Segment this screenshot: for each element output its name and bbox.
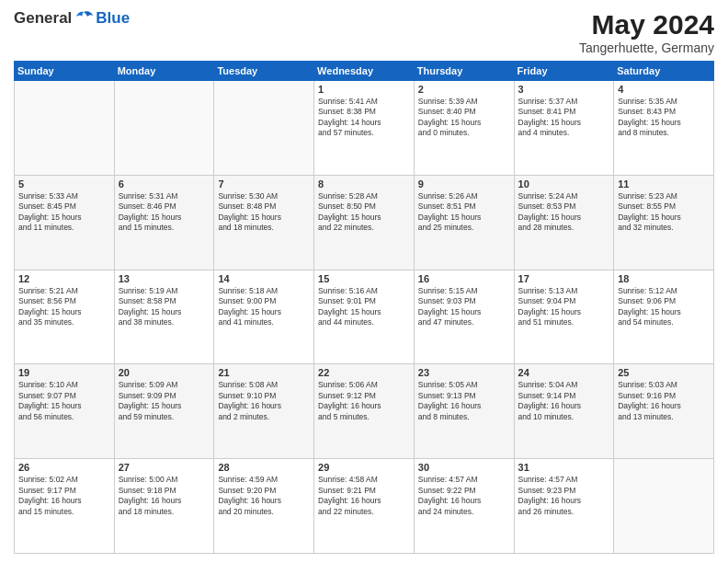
calendar-cell-2-2: 14Sunrise: 5:18 AM Sunset: 9:00 PM Dayli… xyxy=(214,270,314,364)
calendar-cell-2-4: 16Sunrise: 5:15 AM Sunset: 9:03 PM Dayli… xyxy=(414,270,514,364)
day-info-1-2: Sunrise: 5:30 AM Sunset: 8:48 PM Dayligh… xyxy=(218,191,310,234)
calendar-cell-0-6: 4Sunrise: 5:35 AM Sunset: 8:43 PM Daylig… xyxy=(614,81,714,176)
day-info-3-0: Sunrise: 5:10 AM Sunset: 9:07 PM Dayligh… xyxy=(18,380,110,422)
day-number-23: 23 xyxy=(418,367,510,378)
day-number-18: 18 xyxy=(618,273,710,284)
location: Tangerhuette, Germany xyxy=(579,40,714,55)
calendar-cell-1-3: 8Sunrise: 5:28 AM Sunset: 8:50 PM Daylig… xyxy=(314,175,415,270)
calendar-cell-4-3: 29Sunrise: 4:58 AM Sunset: 9:21 PM Dayli… xyxy=(314,459,415,554)
day-number-12: 12 xyxy=(18,273,110,284)
day-info-1-3: Sunrise: 5:28 AM Sunset: 8:50 PM Dayligh… xyxy=(318,191,410,234)
day-info-3-1: Sunrise: 5:09 AM Sunset: 9:09 PM Dayligh… xyxy=(119,380,210,422)
day-number-31: 31 xyxy=(518,462,610,473)
col-saturday: Saturday xyxy=(614,62,714,81)
calendar-cell-2-1: 13Sunrise: 5:19 AM Sunset: 8:58 PM Dayli… xyxy=(114,270,214,364)
calendar-cell-3-2: 21Sunrise: 5:08 AM Sunset: 9:10 PM Dayli… xyxy=(214,364,314,459)
logo-blue: Blue xyxy=(96,9,130,28)
day-number-9: 9 xyxy=(418,178,510,190)
day-info-0-3: Sunrise: 5:41 AM Sunset: 8:38 PM Dayligh… xyxy=(318,97,410,139)
day-info-2-3: Sunrise: 5:16 AM Sunset: 9:01 PM Dayligh… xyxy=(318,286,410,328)
calendar-cell-0-1 xyxy=(114,81,214,176)
calendar-cell-4-1: 27Sunrise: 5:00 AM Sunset: 9:18 PM Dayli… xyxy=(114,459,214,554)
day-info-0-5: Sunrise: 5:37 AM Sunset: 8:41 PM Dayligh… xyxy=(518,97,610,139)
calendar-cell-1-5: 10Sunrise: 5:24 AM Sunset: 8:53 PM Dayli… xyxy=(514,175,614,270)
logo-bird-icon xyxy=(74,10,94,27)
logo: General Blue xyxy=(14,9,130,28)
day-number-19: 19 xyxy=(18,367,110,378)
calendar-cell-3-3: 22Sunrise: 5:06 AM Sunset: 9:12 PM Dayli… xyxy=(314,364,415,459)
day-number-17: 17 xyxy=(518,273,610,284)
day-info-3-5: Sunrise: 5:04 AM Sunset: 9:14 PM Dayligh… xyxy=(518,380,610,422)
day-number-7: 7 xyxy=(218,178,310,190)
day-info-4-2: Sunrise: 4:59 AM Sunset: 9:20 PM Dayligh… xyxy=(218,475,310,517)
col-wednesday: Wednesday xyxy=(314,62,415,81)
calendar-cell-4-5: 31Sunrise: 4:57 AM Sunset: 9:23 PM Dayli… xyxy=(514,459,614,554)
col-sunday: Sunday xyxy=(15,62,115,81)
day-info-1-4: Sunrise: 5:26 AM Sunset: 8:51 PM Dayligh… xyxy=(418,191,510,234)
day-number-15: 15 xyxy=(318,273,410,284)
calendar-cell-3-6: 25Sunrise: 5:03 AM Sunset: 9:16 PM Dayli… xyxy=(614,364,714,459)
day-number-11: 11 xyxy=(618,178,710,190)
day-info-4-5: Sunrise: 4:57 AM Sunset: 9:23 PM Dayligh… xyxy=(518,475,610,517)
calendar-cell-3-1: 20Sunrise: 5:09 AM Sunset: 9:09 PM Dayli… xyxy=(114,364,214,459)
calendar-cell-3-5: 24Sunrise: 5:04 AM Sunset: 9:14 PM Dayli… xyxy=(514,364,614,459)
day-info-3-3: Sunrise: 5:06 AM Sunset: 9:12 PM Dayligh… xyxy=(318,380,410,422)
day-number-27: 27 xyxy=(119,462,210,473)
day-info-4-4: Sunrise: 4:57 AM Sunset: 9:22 PM Dayligh… xyxy=(418,475,510,517)
calendar-cell-2-5: 17Sunrise: 5:13 AM Sunset: 9:04 PM Dayli… xyxy=(514,270,614,364)
day-number-8: 8 xyxy=(318,178,410,190)
calendar-cell-4-6 xyxy=(614,459,714,554)
calendar-row-3: 19Sunrise: 5:10 AM Sunset: 9:07 PM Dayli… xyxy=(15,364,714,459)
day-info-1-0: Sunrise: 5:33 AM Sunset: 8:45 PM Dayligh… xyxy=(18,191,110,234)
calendar-cell-1-0: 5Sunrise: 5:33 AM Sunset: 8:45 PM Daylig… xyxy=(15,175,115,270)
day-number-4: 4 xyxy=(618,84,710,95)
calendar-row-0: 1Sunrise: 5:41 AM Sunset: 8:38 PM Daylig… xyxy=(15,81,714,176)
header: General Blue May 2024 Tangerhuette, Germ… xyxy=(14,9,714,55)
calendar-cell-1-6: 11Sunrise: 5:23 AM Sunset: 8:55 PM Dayli… xyxy=(614,175,714,270)
day-number-10: 10 xyxy=(518,178,610,190)
day-number-16: 16 xyxy=(418,273,510,284)
day-number-14: 14 xyxy=(218,273,310,284)
day-number-22: 22 xyxy=(318,367,410,378)
calendar-cell-0-5: 3Sunrise: 5:37 AM Sunset: 8:41 PM Daylig… xyxy=(514,81,614,176)
calendar-cell-0-3: 1Sunrise: 5:41 AM Sunset: 8:38 PM Daylig… xyxy=(314,81,415,176)
calendar-cell-3-4: 23Sunrise: 5:05 AM Sunset: 9:13 PM Dayli… xyxy=(414,364,514,459)
calendar-cell-3-0: 19Sunrise: 5:10 AM Sunset: 9:07 PM Dayli… xyxy=(15,364,115,459)
calendar-cell-1-2: 7Sunrise: 5:30 AM Sunset: 8:48 PM Daylig… xyxy=(214,175,314,270)
day-info-0-4: Sunrise: 5:39 AM Sunset: 8:40 PM Dayligh… xyxy=(418,97,510,139)
day-number-2: 2 xyxy=(418,84,510,95)
day-number-6: 6 xyxy=(119,178,210,190)
col-friday: Friday xyxy=(514,62,614,81)
calendar-cell-2-3: 15Sunrise: 5:16 AM Sunset: 9:01 PM Dayli… xyxy=(314,270,415,364)
col-monday: Monday xyxy=(114,62,214,81)
day-info-0-6: Sunrise: 5:35 AM Sunset: 8:43 PM Dayligh… xyxy=(618,97,710,139)
col-tuesday: Tuesday xyxy=(214,62,314,81)
calendar-cell-4-0: 26Sunrise: 5:02 AM Sunset: 9:17 PM Dayli… xyxy=(15,459,115,554)
day-number-25: 25 xyxy=(618,367,710,378)
day-number-26: 26 xyxy=(18,462,110,473)
day-number-5: 5 xyxy=(18,178,110,190)
calendar-cell-2-6: 18Sunrise: 5:12 AM Sunset: 9:06 PM Dayli… xyxy=(614,270,714,364)
page: General Blue May 2024 Tangerhuette, Germ… xyxy=(0,0,728,563)
day-number-29: 29 xyxy=(318,462,410,473)
day-number-28: 28 xyxy=(218,462,310,473)
day-number-30: 30 xyxy=(418,462,510,473)
col-thursday: Thursday xyxy=(414,62,514,81)
calendar-cell-0-0 xyxy=(15,81,115,176)
calendar-cell-4-4: 30Sunrise: 4:57 AM Sunset: 9:22 PM Dayli… xyxy=(414,459,514,554)
day-info-1-5: Sunrise: 5:24 AM Sunset: 8:53 PM Dayligh… xyxy=(518,191,610,234)
day-info-1-1: Sunrise: 5:31 AM Sunset: 8:46 PM Dayligh… xyxy=(119,191,210,234)
day-info-2-2: Sunrise: 5:18 AM Sunset: 9:00 PM Dayligh… xyxy=(218,286,310,328)
day-info-3-2: Sunrise: 5:08 AM Sunset: 9:10 PM Dayligh… xyxy=(218,380,310,422)
calendar-cell-1-4: 9Sunrise: 5:26 AM Sunset: 8:51 PM Daylig… xyxy=(414,175,514,270)
month-year: May 2024 xyxy=(579,9,714,40)
calendar-cell-1-1: 6Sunrise: 5:31 AM Sunset: 8:46 PM Daylig… xyxy=(114,175,214,270)
day-info-2-4: Sunrise: 5:15 AM Sunset: 9:03 PM Dayligh… xyxy=(418,286,510,328)
calendar-row-1: 5Sunrise: 5:33 AM Sunset: 8:45 PM Daylig… xyxy=(15,175,714,270)
day-info-2-5: Sunrise: 5:13 AM Sunset: 9:04 PM Dayligh… xyxy=(518,286,610,328)
calendar-row-2: 12Sunrise: 5:21 AM Sunset: 8:56 PM Dayli… xyxy=(15,270,714,364)
day-info-4-3: Sunrise: 4:58 AM Sunset: 9:21 PM Dayligh… xyxy=(318,475,410,517)
day-info-1-6: Sunrise: 5:23 AM Sunset: 8:55 PM Dayligh… xyxy=(618,191,710,234)
day-number-20: 20 xyxy=(119,367,210,378)
calendar-cell-4-2: 28Sunrise: 4:59 AM Sunset: 9:20 PM Dayli… xyxy=(214,459,314,554)
